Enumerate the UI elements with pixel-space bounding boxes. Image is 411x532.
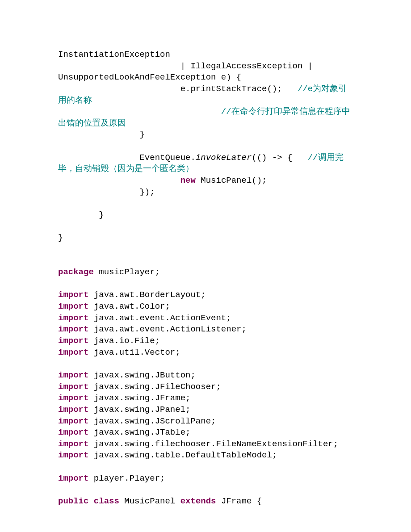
keyword: package	[58, 267, 94, 277]
code-text: javax.swing.table.DefaultTableModel;	[88, 450, 277, 460]
code-text: javax.swing.JTable;	[88, 427, 190, 437]
code-text: java.io.File;	[88, 336, 160, 346]
code-text: JFrame {	[216, 496, 262, 506]
static-method: invokeLater	[196, 153, 252, 163]
keyword: import	[58, 313, 88, 323]
keyword: import	[58, 302, 88, 311]
code-text: | IllegalAccessException | UnsupportedLo…	[58, 61, 318, 83]
keyword: new	[180, 176, 196, 185]
code-text: musicPlayer;	[94, 267, 160, 277]
keyword: import	[58, 324, 88, 334]
keyword: import	[58, 336, 88, 346]
code-text	[58, 107, 221, 117]
code-text: java.awt.event.ActionListener;	[88, 324, 246, 334]
code-text: (() -> {	[252, 153, 307, 163]
code-block: InstantiationException | IllegalAccessEx…	[58, 49, 353, 507]
code-text: player.Player;	[88, 473, 165, 483]
code-text: java.awt.BorderLayout;	[88, 290, 206, 300]
code-text: javax.swing.JPanel;	[88, 405, 190, 415]
document-page: InstantiationException | IllegalAccessEx…	[0, 0, 411, 532]
code-text	[58, 176, 180, 185]
code-text: javax.swing.JFrame;	[88, 393, 190, 403]
code-text: InstantiationException	[58, 50, 170, 59]
code-text: java.util.Vector;	[88, 348, 180, 357]
keyword: import	[58, 427, 88, 437]
code-text: EventQueue.	[58, 153, 196, 163]
keyword: import	[58, 348, 88, 357]
code-text: }	[58, 233, 63, 243]
keyword: import	[58, 450, 88, 460]
code-text: javax.swing.JButton;	[88, 370, 195, 380]
code-text: java.awt.Color;	[88, 302, 170, 311]
code-text: javax.swing.JFileChooser;	[88, 382, 221, 392]
keyword: extends	[180, 496, 216, 506]
code-text: });	[58, 187, 155, 197]
code-text: javax.swing.filechooser.FileNameExtensio…	[88, 439, 338, 449]
keyword: import	[58, 393, 88, 403]
keyword: import	[58, 382, 88, 392]
keyword: import	[58, 439, 88, 449]
keyword: public	[58, 496, 88, 506]
code-text: e.printStackTrace();	[58, 84, 298, 94]
keyword: import	[58, 405, 88, 415]
code-text: javax.swing.JScrollPane;	[88, 416, 216, 426]
keyword: import	[58, 416, 88, 426]
keyword: import	[58, 290, 88, 300]
keyword: class	[94, 496, 119, 506]
code-text: MusicPanel();	[196, 176, 267, 185]
keyword: import	[58, 473, 88, 483]
code-text: MusicPanel	[119, 496, 180, 506]
code-text	[88, 496, 93, 506]
code-text: java.awt.event.ActionEvent;	[88, 313, 231, 323]
code-text: }	[58, 130, 145, 139]
keyword: import	[58, 370, 88, 380]
code-text: }	[58, 210, 104, 220]
